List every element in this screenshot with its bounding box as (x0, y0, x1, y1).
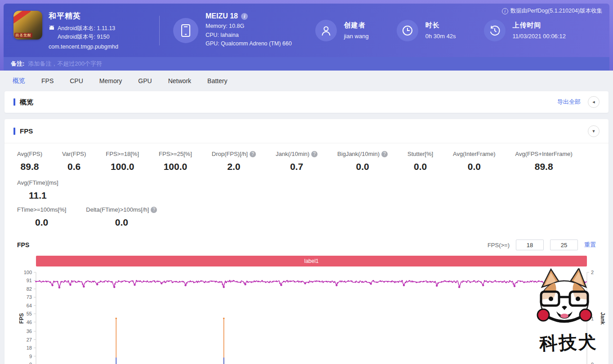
upload-label: 上传时间 (513, 21, 566, 30)
upload-block: 上传时间 11/03/2021 00:06:12 (484, 20, 566, 41)
game-icon: 四圣觉醒 (13, 11, 42, 40)
metric-label: FPS>=25[%] (159, 151, 192, 157)
metric-value: 100.0 (159, 161, 192, 172)
help-icon[interactable]: ? (311, 151, 318, 157)
duration-label: 时长 (425, 21, 456, 30)
overview-card: 概览 导出全部 ◄ (4, 91, 609, 113)
svg-text:18: 18 (27, 345, 32, 351)
collapse-down-button[interactable]: ▼ (588, 125, 600, 137)
overview-title: 概览 (20, 98, 33, 107)
tab-6[interactable]: Battery (207, 77, 227, 84)
metric-value: 0.0 (407, 161, 433, 172)
collector-note: i 数据由PerfDog(5.1.210204)版本收集 (502, 7, 602, 15)
android-icon (49, 25, 55, 31)
svg-text:46: 46 (27, 320, 32, 325)
svg-text:1: 1 (591, 316, 594, 321)
header: i 数据由PerfDog(5.1.210204)版本收集 四圣觉醒 和平精英 (0, 0, 613, 71)
tab-1[interactable]: FPS (41, 77, 54, 84)
fps-threshold-high-input[interactable] (550, 240, 578, 250)
app-version-code: Android版本号: 9150 (58, 33, 115, 41)
metric-item: FTime>=100ms[%]0.0 (17, 206, 66, 228)
metric-label: Jank(/10min) (276, 151, 309, 157)
phone-icon (173, 18, 198, 43)
metric-item: Delta(FTime)>100ms[/h]?0.0 (86, 206, 157, 228)
metric-item: Stutter[%]0.0 (407, 151, 433, 172)
metric-label: Avg(FTime)[ms] (17, 179, 58, 186)
section-accent-bar (13, 128, 15, 135)
metric-value: 89.8 (17, 161, 42, 172)
game-icon-ribbon (13, 11, 31, 25)
fps-chart[interactable]: 0918273646556473829110001200:0001:3303:0… (4, 266, 609, 364)
duration-value: 0h 30m 42s (425, 33, 456, 40)
remark-input[interactable]: 添加备注，不超过200个字符 (28, 60, 602, 68)
svg-text:55: 55 (27, 311, 32, 316)
creator-block: 创建者 jian wang (315, 20, 369, 41)
device-block: MEIZU 18 i Memory: 10.8G CPU: lahaina GP… (173, 12, 292, 48)
fps-threshold-low-input[interactable] (516, 240, 544, 250)
metric-item: Avg(InterFrame)0.0 (453, 151, 495, 172)
metric-value: 0.0 (453, 161, 495, 172)
metric-label: Avg(InterFrame) (453, 151, 495, 157)
tab-bar: 概览FPSCPUMemoryGPUNetworkBattery (0, 71, 613, 91)
svg-text:2: 2 (591, 270, 594, 275)
upload-value: 11/03/2021 00:06:12 (513, 33, 566, 40)
metric-value: 0.7 (276, 161, 318, 172)
creator-label: 创建者 (344, 21, 369, 30)
remark-label: 备注: (11, 60, 24, 68)
tab-4[interactable]: GPU (138, 77, 152, 84)
metric-label: FTime>=100ms[%] (17, 206, 66, 213)
collapse-left-button[interactable]: ◄ (588, 96, 600, 108)
app-block: 四圣觉醒 和平精英 Android版本名: 1.11.13 Android版本号… (4, 11, 159, 49)
metric-label: Avg(FPS+InterFrame) (515, 151, 573, 157)
tab-3[interactable]: Memory (99, 77, 122, 84)
svg-text:9: 9 (29, 354, 32, 359)
duration-block: 时长 0h 30m 42s (397, 20, 456, 41)
device-info-icon[interactable]: i (241, 13, 248, 20)
metric-label: Drop(FPS)[/h] (212, 151, 248, 157)
history-clock-icon (484, 20, 506, 41)
device-memory: Memory: 10.8G (206, 22, 292, 31)
help-icon[interactable]: ? (381, 151, 388, 157)
app-title: 和平精英 (49, 11, 118, 21)
svg-text:100: 100 (24, 270, 32, 275)
metric-item: Avg(FPS)89.8 (17, 151, 42, 172)
metric-value: 100.0 (106, 161, 139, 172)
svg-text:0: 0 (29, 362, 32, 364)
tab-2[interactable]: CPU (70, 77, 83, 84)
svg-text:Jank: Jank (600, 312, 606, 325)
svg-text:FPS: FPS (18, 313, 25, 324)
export-all-link[interactable]: 导出全部 (557, 98, 581, 106)
svg-text:91: 91 (27, 278, 32, 283)
metric-value: 0.0 (337, 161, 388, 172)
fps-card: FPS ▼ Avg(FPS)89.8Var(FPS)0.6FPS>=18[%]1… (4, 119, 609, 364)
clock-icon (397, 20, 418, 41)
tab-0[interactable]: 概览 (13, 77, 25, 85)
metric-label: BigJank(/10min) (337, 151, 380, 157)
fps-threshold-label: FPS(>=) (488, 242, 510, 249)
fps-metrics-row1: Avg(FPS)89.8Var(FPS)0.6FPS>=18[%]100.0FP… (4, 143, 609, 205)
fps-chart-title: FPS (17, 241, 29, 249)
metric-item: Avg(FTime)[ms]11.1 (17, 179, 58, 201)
metric-item: BigJank(/10min)?0.0 (337, 151, 388, 172)
creator-value: jian wang (344, 33, 369, 40)
metric-value: 11.1 (17, 190, 58, 201)
svg-text:73: 73 (27, 294, 32, 300)
metric-label: Stutter[%] (407, 151, 433, 157)
fps-chart-svg[interactable]: 0918273646556473829110001200:0001:3303:0… (9, 266, 613, 364)
tab-5[interactable]: Network (168, 77, 191, 84)
metric-item: Avg(FPS+InterFrame)89.8 (515, 151, 573, 172)
metric-item: Var(FPS)0.6 (62, 151, 86, 172)
help-icon[interactable]: ? (250, 151, 256, 157)
metric-value: 2.0 (212, 161, 256, 172)
metric-label: Avg(FPS) (17, 151, 42, 157)
metric-value: 0.6 (62, 161, 86, 172)
help-icon[interactable]: ? (151, 207, 157, 213)
reset-link[interactable]: 重置 (584, 241, 596, 249)
chart-annotation-band[interactable]: label1 (36, 256, 587, 266)
remark-bar: 备注: 添加备注，不超过200个字符 (4, 57, 609, 71)
metric-item: Drop(FPS)[/h]?2.0 (212, 151, 256, 172)
fps-metrics-row2: FTime>=100ms[%]0.0Delta(FTime)>100ms[/h]… (4, 205, 609, 232)
svg-text:27: 27 (27, 337, 32, 342)
svg-text:0: 0 (591, 362, 594, 364)
metric-value: 89.8 (515, 161, 573, 172)
